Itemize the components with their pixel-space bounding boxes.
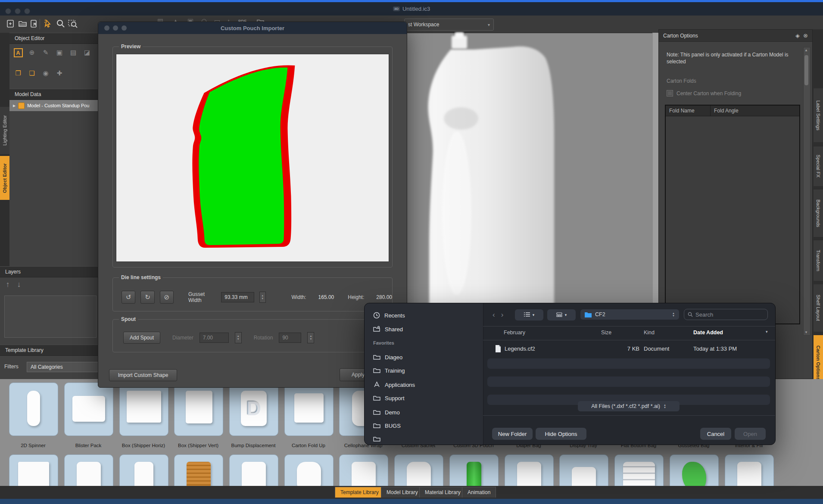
rotation-input[interactable]: 90 — [279, 333, 301, 343]
workspace-dropdown[interactable]: st Workspace ▾ — [404, 19, 494, 31]
sort-chevron-icon[interactable]: ▾ — [766, 330, 768, 334]
location-dropdown[interactable]: CF2 ▲▼ — [580, 309, 679, 320]
tab-backgrounds[interactable]: Backgrounds — [814, 190, 823, 237]
import-custom-shape-button[interactable]: Import Custom Shape — [109, 369, 177, 381]
sidebar-item-training[interactable]: Training — [373, 364, 405, 377]
import-file-icon[interactable] — [28, 18, 40, 29]
dialog-window-controls[interactable] — [104, 25, 127, 31]
sidebar-item-applications[interactable]: Applications — [373, 378, 415, 391]
pin-add-icon[interactable]: ✚ — [54, 68, 65, 78]
dock-panel-icon[interactable]: ◈ — [795, 32, 800, 39]
panel-scrollbar[interactable]: ▲ ▼ — [803, 47, 811, 336]
group-view-button[interactable]: ▾ — [547, 309, 576, 320]
model-tree-item[interactable]: ▶ Model - Custom Standup Pou — [9, 100, 99, 111]
column-group-header[interactable]: February — [504, 330, 525, 336]
diameter-stepper[interactable]: ▲▼ — [235, 332, 242, 343]
center-carton-checkbox[interactable] — [667, 90, 673, 96]
text-tool-icon[interactable]: A — [14, 48, 23, 57]
template-item[interactable] — [119, 454, 168, 486]
sidebar-item-shared[interactable]: Shared — [373, 323, 403, 336]
template-item[interactable] — [725, 454, 774, 486]
cancel-button[interactable]: Cancel — [700, 428, 731, 440]
column-size-header[interactable]: Size — [601, 330, 611, 336]
template-item[interactable] — [174, 383, 223, 436]
tab-object-editor[interactable]: Object Editor — [0, 156, 9, 200]
tab-lighting-editor[interactable]: Lighting Editor — [0, 107, 9, 154]
duplicate-add-icon[interactable]: ❐ — [13, 68, 23, 78]
panel-scrollbar-thumb[interactable] — [804, 55, 808, 85]
sidebar-item-diageo[interactable]: Diageo — [373, 351, 402, 364]
search-field[interactable]: Search — [684, 309, 768, 320]
tab-animation[interactable]: Animation — [462, 487, 496, 498]
template-item[interactable] — [505, 454, 554, 486]
open-button[interactable]: Open — [735, 428, 766, 440]
fold-angle-column-header[interactable]: Fold Angle — [711, 106, 799, 116]
center-carton-checkbox-row[interactable]: Center Carton when Folding — [667, 90, 741, 96]
template-item[interactable] — [284, 383, 334, 436]
forward-icon[interactable]: › — [501, 311, 504, 319]
new-folder-button[interactable]: New Folder — [492, 428, 533, 440]
dieline-preview-canvas[interactable] — [116, 54, 389, 262]
mirror-shape-button[interactable]: ⊘ — [160, 291, 174, 304]
tab-label-settings[interactable]: Label Settings — [814, 88, 823, 142]
add-spout-button[interactable]: Add Spout — [123, 332, 160, 344]
layer-move-up-icon[interactable]: ↑ — [3, 279, 13, 289]
visibility-eye-icon[interactable]: ◉ — [41, 68, 51, 78]
table-rows-icon[interactable]: ▤ — [68, 47, 78, 58]
close-panel-icon[interactable]: ⊗ — [803, 32, 808, 39]
list-view-button[interactable]: ▾ — [515, 309, 543, 320]
template-item[interactable] — [9, 454, 58, 486]
sidebar-item-bugs[interactable]: BUGS — [373, 419, 401, 432]
scrollbar-down-arrow-icon[interactable]: ▼ — [804, 330, 808, 334]
sidebar-item-demo[interactable]: Demo — [373, 406, 400, 419]
dialog-minimize-button[interactable] — [113, 25, 118, 31]
new-document-icon[interactable] — [5, 18, 16, 29]
layer-move-down-icon[interactable]: ↓ — [14, 279, 24, 289]
template-item[interactable] — [9, 383, 58, 436]
tab-material-library[interactable]: Material Library — [419, 487, 466, 498]
template-item[interactable] — [229, 454, 278, 486]
tab-transform[interactable]: Transform — [814, 240, 823, 281]
template-item[interactable] — [670, 454, 719, 486]
layers-list[interactable] — [4, 296, 97, 338]
template-item[interactable] — [174, 454, 223, 486]
select-pointer-icon[interactable] — [42, 18, 53, 29]
gusset-width-stepper[interactable]: ▲▼ — [259, 292, 266, 303]
disclosure-triangle-icon[interactable]: ▶ — [13, 104, 16, 108]
tab-model-library[interactable]: Model Library — [381, 487, 424, 498]
duplicate-icon[interactable]: ❏ — [27, 68, 37, 78]
hide-options-button[interactable]: Hide Options — [536, 428, 586, 440]
column-date-added-header[interactable]: Date Added — [693, 330, 723, 336]
open-folder-icon[interactable] — [17, 18, 28, 29]
rotate-cw-button[interactable]: ↻ — [140, 291, 154, 304]
fold-name-column-header[interactable]: Fold Name — [666, 106, 711, 116]
template-item[interactable] — [64, 454, 113, 486]
template-item[interactable] — [64, 383, 113, 436]
image-frame-icon[interactable]: ▣ — [54, 47, 65, 58]
add-tag-icon[interactable]: ⊕ — [27, 47, 37, 58]
template-item[interactable] — [284, 454, 334, 486]
paint-fill-icon[interactable]: ◪ — [82, 47, 92, 58]
tab-template-library[interactable]: Template Library — [335, 487, 384, 498]
edit-pencil-icon[interactable]: ✎ — [41, 47, 51, 58]
gusset-width-input[interactable]: 93.33 mm — [221, 292, 254, 302]
sidebar-item-clipped[interactable] — [373, 432, 380, 445]
scrollbar-up-arrow-icon[interactable]: ▲ — [804, 48, 808, 52]
close-window-button[interactable] — [5, 8, 11, 14]
rotation-stepper[interactable]: ▲▼ — [307, 332, 314, 343]
fold-table[interactable]: Fold Name Fold Angle — [665, 105, 800, 324]
zoom-region-icon[interactable] — [67, 18, 78, 29]
template-item[interactable] — [339, 454, 388, 486]
sidebar-item-support[interactable]: Support — [373, 392, 405, 404]
template-item[interactable] — [614, 454, 664, 486]
search-icon[interactable] — [55, 18, 66, 29]
dialog-close-button[interactable] — [104, 25, 109, 31]
back-icon[interactable]: ‹ — [493, 311, 495, 319]
zoom-window-button[interactable] — [24, 8, 30, 14]
template-item[interactable] — [449, 454, 499, 486]
filetype-dropdown[interactable]: All Files (*.dxf *.cf2 *.pdf *.ai) ▲▼ — [578, 401, 680, 411]
sidebar-item-recents[interactable]: Recents — [373, 309, 405, 322]
tab-special-fx[interactable]: Special FX — [814, 146, 823, 186]
column-kind-header[interactable]: Kind — [644, 330, 655, 336]
window-controls[interactable] — [5, 8, 30, 14]
